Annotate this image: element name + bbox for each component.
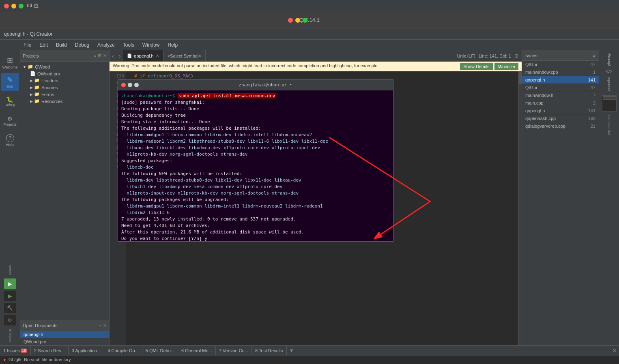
sidebar-item-projects[interactable]: ⚙ Projects [1, 112, 19, 130]
show-details-btn[interactable]: Show Details [460, 63, 492, 70]
term-line: The following NEW packages will be insta… [121, 171, 390, 177]
project-split-btn[interactable]: ⊞ [98, 53, 101, 58]
term-maximize-btn[interactable] [134, 83, 139, 87]
editor-tabs: ‹ › 📄 qopengl.h ✕ <Select Symbol> Unix (… [110, 50, 522, 62]
issue-item[interactable]: qopengl.h 141 [522, 107, 599, 115]
bottom-tab-test[interactable]: 8 Test Results [252, 346, 287, 355]
release-label: Release [8, 329, 12, 342]
term-line: x11proto-kb-dev xorg-sgml-doctools xtran… [121, 151, 390, 158]
term-line: Building dependency tree [121, 112, 390, 119]
issue-row-error[interactable]: ● GL/gtk: No such file or directory [3, 356, 616, 363]
window-controls[interactable] [4, 4, 24, 9]
terminal: zhangfakai@ubuntu: ~ zhangfakai@ubuntu:~… [118, 79, 393, 242]
build-button[interactable]: 🔨 [4, 303, 16, 313]
term-line: Suggested packages: [121, 158, 390, 164]
sidebar-item-edit[interactable]: ✎ Edit [1, 73, 19, 91]
qt-window-controls[interactable] [288, 18, 307, 23]
tree-item-resources[interactable]: ▶ 📁 Resources [20, 98, 109, 105]
issue-item[interactable]: mainwindow.h 7 [522, 92, 599, 99]
minimize-control[interactable] [11, 4, 16, 9]
issue-item[interactable]: qdialogvarvoreb.cpp 21 [522, 122, 599, 130]
term-line: libxau-dev libxcb1-dev libxdmcp-dev x11p… [121, 145, 390, 151]
issue-item[interactable]: QtGui 47 [522, 84, 599, 92]
code-angle: </> [606, 69, 613, 74]
menu-debug[interactable]: Debug [72, 41, 92, 49]
qt-close[interactable] [288, 18, 293, 23]
open-documents-section: Open Documents + ✕ qopengl.h QWood.pro [20, 320, 109, 345]
issue-item[interactable]: main.cpp 2 [522, 99, 599, 107]
tree-item-sources[interactable]: ▶ 📁 Sources [20, 84, 109, 91]
bottom-tab-search[interactable]: 2 Search Res... [31, 346, 69, 355]
open-docs-add-btn[interactable]: + [99, 323, 101, 328]
bottom-tab-qml[interactable]: 5 QML Debu... [142, 346, 178, 355]
creator-bar: qopengl.h - Qt Creator [0, 28, 619, 40]
right-panel-toggle[interactable]: ▲ [592, 53, 596, 58]
issue-item[interactable]: QtGui 47 [522, 61, 599, 69]
tab-select-symbol[interactable]: <Select Symbol> [163, 50, 206, 61]
sidebar-server-label: server [8, 265, 12, 275]
project-close-btn[interactable]: ✕ [103, 53, 107, 58]
term-line: The following additional packages will b… [121, 125, 390, 132]
code-view: 1301311321331341351361371381391401411421… [110, 71, 522, 345]
tree-item-qwood-pro[interactable]: 📄 QWood.pro [20, 70, 109, 77]
terminal-title: zhangfakai@ubuntu: ~ [141, 82, 390, 88]
qt-bar: Qt5.14.1 [0, 12, 619, 28]
doc-item-qopengl[interactable]: qopengl.h [20, 331, 109, 338]
terminal-body[interactable]: zhangfakai@ubuntu:~$ sudo apt-get instal… [118, 90, 393, 241]
menu-file[interactable]: File [20, 41, 34, 49]
menu-analyze[interactable]: Analyze [94, 41, 118, 49]
term-close-btn[interactable] [121, 83, 126, 87]
menu-help[interactable]: Help [165, 41, 181, 49]
bottom-tab-app[interactable]: 3 Application... [69, 346, 105, 355]
menu-window[interactable]: Window [139, 41, 163, 49]
term-minimize-btn[interactable] [128, 83, 132, 87]
bottom-tab-version[interactable]: 7 Version Co... [216, 346, 252, 355]
tab-qopengl[interactable]: 📄 qopengl.h ✕ [123, 50, 163, 61]
issue-item-highlight[interactable]: qopengl.h 141 [522, 76, 599, 84]
sidebar-item-help[interactable]: ? Help [1, 131, 19, 149]
bottom-tab-issues[interactable]: 1 Issues 19 [0, 346, 31, 355]
bottom-tab-compile[interactable]: 4 Compile Ou... [104, 346, 142, 355]
project-filter-btn[interactable]: ≡ [94, 53, 96, 58]
editor-scrollbar[interactable] [518, 71, 522, 345]
close-control[interactable] [4, 4, 9, 9]
right-edge-label2: dat [607, 130, 611, 135]
run-button[interactable]: ▶ [4, 278, 16, 289]
issue-item[interactable]: qopenhash.cpp 192 [522, 115, 599, 122]
sidebar-item-welcome[interactable]: ⊞ Welcome [1, 54, 19, 71]
debug-run-button[interactable]: ▶ [4, 291, 16, 301]
sidebar-item-debug[interactable]: 🐛 Debug [1, 92, 19, 110]
qt-maximize[interactable] [303, 18, 307, 23]
minimize-btn[interactable]: Minimize [494, 63, 518, 70]
expand-editor-btn[interactable]: ⊞ [514, 53, 518, 59]
menu-build[interactable]: Build [53, 41, 70, 49]
term-line: [sudo] password for zhangfakai: [121, 99, 390, 106]
term-line: 7 upgraded, 13 newly installed, 0 to rem… [121, 216, 390, 223]
menu-edit[interactable]: Edit [36, 41, 51, 49]
code-line: # if defined(Q_OS_MAC) [129, 73, 515, 79]
term-line: libdrm-amdgpu1 libdrm-common libdrm-inte… [121, 203, 390, 210]
doc-item-qwood-pro[interactable]: QWood.pro [20, 338, 109, 345]
qt-minimize[interactable] [295, 18, 300, 23]
tree-item-qwood[interactable]: ▼ 📁 QWood [20, 63, 109, 70]
menu-bar: File Edit Build Debug Analyze Tools Wind… [0, 40, 619, 50]
mponent-label: mponent [607, 77, 611, 91]
tree-item-forms[interactable]: ▶ 📁 Forms [20, 91, 109, 98]
tree-item-headers[interactable]: ▶ 📁 Headers [20, 77, 109, 84]
term-line: libdrm2 libx11-6 [121, 210, 390, 216]
bottom-tabs: 1 Issues 19 2 Search Res... 3 Applicatio… [0, 346, 619, 355]
open-docs-close-btn[interactable]: ✕ [103, 323, 107, 328]
settings-button[interactable]: ⚙ [4, 315, 16, 325]
tab-nav-prev[interactable]: ‹ [110, 53, 116, 59]
term-line: The following packages will be upgraded: [121, 197, 390, 203]
maximize-control[interactable] [19, 4, 24, 9]
bottom-tab-close[interactable]: ✕ [610, 346, 619, 355]
tab-close-btn[interactable]: ✕ [156, 54, 159, 58]
tab-nav-next[interactable]: › [116, 53, 123, 59]
left-sidebar: ⊞ Welcome ✎ Edit 🐛 Debug ⚙ Projects ? He… [0, 50, 20, 345]
issue-item[interactable]: mainwindow.cpp 1 [522, 69, 599, 76]
menu-tools[interactable]: Tools [120, 41, 138, 49]
bottom-tab-general[interactable]: 6 General Me... [178, 346, 216, 355]
term-line-cmd: zhangfakai@ubuntu:~$ sudo apt-get instal… [121, 93, 390, 99]
bottom-tab-expand[interactable]: ▼ [287, 346, 297, 355]
